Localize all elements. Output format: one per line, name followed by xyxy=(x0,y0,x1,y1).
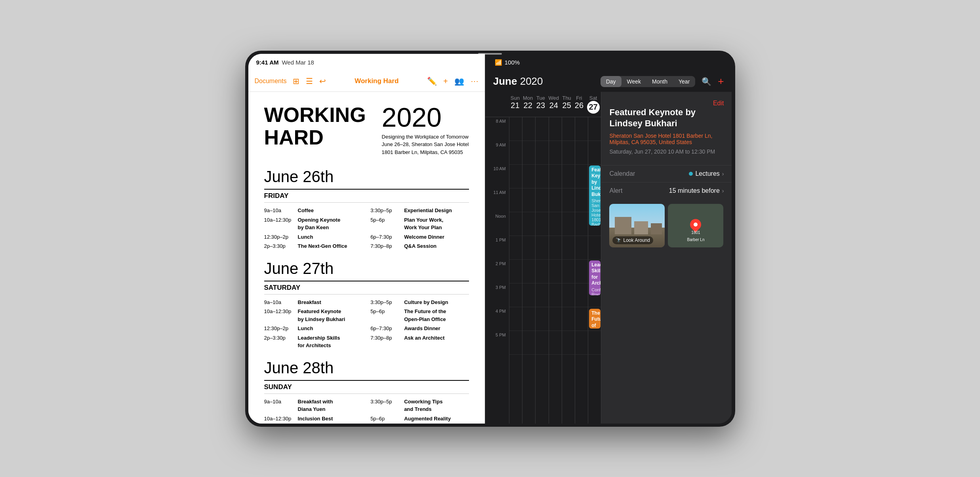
left-time: 9:41 AM xyxy=(256,59,279,66)
day-header-fri26[interactable]: Fri 26 xyxy=(573,92,585,117)
sunday-section: June 28th SUNDAY 9a–10a Breakfast withDi… xyxy=(264,359,469,424)
split-screen: 9:41 AM Wed Mar 18 Documents ⊞ ☰ ↩ Worki… xyxy=(248,54,732,424)
detail-maps-section: 🔭 Look Around xyxy=(601,199,732,252)
sunday-right-col: 3:30p–5p Coworking Tipsand Trends 5p–6p … xyxy=(370,398,469,424)
undo-icon[interactable]: ↩ xyxy=(319,76,326,86)
calendar-scroll-area[interactable]: 8 AM 9 AM 10 AM 11 AM Noon 1 PM 2 PM 3 P… xyxy=(485,117,601,424)
sun-event-1: 9a–10a Breakfast withDiana Yuen xyxy=(264,398,363,413)
days-header: Sun 21 Mon 22 Tue 23 xyxy=(485,92,601,117)
share-icon[interactable]: 👥 xyxy=(454,76,464,86)
right-status-indicators: 📶 100% xyxy=(495,59,520,66)
map-address-label: 1801Barber Ln xyxy=(687,230,705,242)
calendar-body: Sun 21 Mon 22 Tue 23 xyxy=(485,92,732,424)
sunday-schedule: 9a–10a Breakfast withDiana Yuen 10a–12:3… xyxy=(264,398,469,424)
binoculars-icon: 🔭 xyxy=(616,238,622,243)
sat-event-6: 5p–6p The Future of theOpen-Plan Office xyxy=(370,308,469,323)
day-header-sun21[interactable]: Sun 21 xyxy=(509,92,521,117)
doc-main-title-block: WORKINGHARD xyxy=(264,104,366,149)
look-around-thumbnail[interactable]: 🔭 Look Around xyxy=(609,204,665,247)
pages-panel: 9:41 AM Wed Mar 18 Documents ⊞ ☰ ↩ Worki… xyxy=(248,54,485,424)
day-header-tue23[interactable]: Tue 23 xyxy=(534,92,547,117)
time-11am: 11 AM xyxy=(485,188,509,212)
friday-section: June 26th FRIDAY 9a–10a Coffee 10a–12:30… xyxy=(264,168,469,250)
doc-subtitle: Designing the Workplace of Tomorrow June… xyxy=(382,133,469,156)
documents-button[interactable]: Documents xyxy=(255,78,287,85)
sidebar-toggle-icon[interactable]: ⊞ xyxy=(293,76,299,86)
friday-event-8: 7:30p–8p Q&A Session xyxy=(370,242,469,250)
day-header-sat27[interactable]: Sat 27 xyxy=(585,92,601,117)
day-header-thu25[interactable]: Thu 25 xyxy=(561,92,573,117)
look-around-label: 🔭 Look Around xyxy=(612,236,653,244)
saturday-schedule: 9a–10a Breakfast 10a–12:30p Featured Key… xyxy=(264,298,469,350)
sat-event-1: 9a–10a Breakfast xyxy=(264,298,363,306)
alert-chevron-icon: › xyxy=(722,188,724,194)
friday-event-2: 10a–12:30p Opening Keynoteby Dan Keen xyxy=(264,216,363,232)
markup-icon[interactable]: ✏️ xyxy=(427,76,437,86)
doc-year: 2020 xyxy=(382,104,469,131)
week-view-button[interactable]: Week xyxy=(622,76,647,87)
calendar-value: Lectures › xyxy=(689,170,724,177)
friday-event-6: 5p–6p Plan Your Work,Work Your Plan xyxy=(370,216,469,232)
month-view-button[interactable]: Month xyxy=(646,76,673,87)
friday-label: FRIDAY xyxy=(264,189,469,203)
add-event-button[interactable]: + xyxy=(718,75,724,87)
saturday-date: June 27th xyxy=(264,260,469,277)
sun-event-2: 10a–12:30p Inclusion BestPractices xyxy=(264,415,363,424)
calendar-label: Calendar xyxy=(609,170,635,177)
ipad-device: 9:41 AM Wed Mar 18 Documents ⊞ ☰ ↩ Worki… xyxy=(245,51,735,427)
sat-event-3: 12:30p–2p Lunch xyxy=(264,325,363,333)
doc-title: Working Hard xyxy=(332,77,421,85)
sat-event-5: 3:30p–5p Culture by Design xyxy=(370,298,469,306)
detail-location[interactable]: Sheraton San Jose Hotel 1801 Barber Ln, … xyxy=(609,133,724,145)
add-icon[interactable]: + xyxy=(443,77,448,86)
calendar-toolbar: June 2020 Day Week Month Year 🔍 + xyxy=(485,71,732,92)
left-status-bar: 9:41 AM Wed Mar 18 xyxy=(248,54,485,71)
event-featured-keynote[interactable]: Featured Keynote by Lindsey Bukhari Sher… xyxy=(589,165,600,226)
time-10am: 10 AM xyxy=(485,165,509,188)
sunday-label: SUNDAY xyxy=(264,380,469,394)
right-home-indicator xyxy=(478,54,502,55)
doc-header: WORKINGHARD 2020 Designing the Workplace… xyxy=(264,104,469,156)
detail-header: Edit Featured Keynote byLindsey Bukhari … xyxy=(601,92,732,165)
calendar-panel: 📶 100% June 2020 Day Week Month Year xyxy=(485,54,732,424)
day-col-mon22 xyxy=(522,117,535,424)
day-view-button[interactable]: Day xyxy=(601,76,622,87)
detail-alert-row[interactable]: Alert 15 minutes before › xyxy=(601,182,732,199)
time-2pm: 2 PM xyxy=(485,260,509,283)
day-col-sat27: Featured Keynote by Lindsey Bukhari Sher… xyxy=(588,117,601,424)
battery-label: 100% xyxy=(505,59,520,66)
event-open-plan-office[interactable]: The Future of the Open-Plan Office Meeti… xyxy=(589,309,600,329)
time-column: 8 AM 9 AM 10 AM 11 AM Noon 1 PM 2 PM 3 P… xyxy=(485,117,509,424)
device-screen: 9:41 AM Wed Mar 18 Documents ⊞ ☰ ↩ Worki… xyxy=(248,54,732,424)
detail-calendar-row[interactable]: Calendar Lectures › xyxy=(601,165,732,182)
day-header-wed24[interactable]: Wed 24 xyxy=(547,92,561,117)
alert-value: 15 minutes before › xyxy=(669,187,724,194)
time-3pm: 3 PM xyxy=(485,283,509,307)
friday-right-col: 3:30p–5p Experiential Design 5p–6p Plan … xyxy=(370,207,469,250)
calendar-chevron-icon: › xyxy=(722,171,724,177)
more-icon[interactable]: ⋯ xyxy=(471,76,479,86)
map-thumbnail[interactable]: 1801Barber Ln xyxy=(668,204,723,247)
time-5pm: 5 PM xyxy=(485,331,509,355)
time-9am: 9 AM xyxy=(485,141,509,165)
alert-label: Alert xyxy=(609,187,622,194)
doc-year-block: 2020 Designing the Workplace of Tomorrow… xyxy=(382,104,469,156)
friday-event-1: 9a–10a Coffee xyxy=(264,207,363,215)
edit-button[interactable]: Edit xyxy=(713,100,724,107)
sat-event-7: 6p–7:30p Awards Dinner xyxy=(370,325,469,333)
friday-date: June 26th xyxy=(264,168,469,186)
year-view-button[interactable]: Year xyxy=(673,76,695,87)
friday-event-7: 6p–7:30p Welcome Dinner xyxy=(370,233,469,241)
sun-event-6: 5p–6p Augmented RealityArchitecture xyxy=(370,415,469,424)
friday-event-5: 3:30p–5p Experiential Design xyxy=(370,207,469,215)
pages-toolbar: Documents ⊞ ☰ ↩ Working Hard ✏️ + 👥 ⋯ xyxy=(248,71,485,92)
left-date: Wed Mar 18 xyxy=(282,59,314,66)
time-4pm: 4 PM xyxy=(485,307,509,331)
list-icon[interactable]: ☰ xyxy=(306,76,313,86)
search-icon[interactable]: 🔍 xyxy=(702,77,711,86)
day-header-mon22[interactable]: Mon 22 xyxy=(521,92,534,117)
saturday-section: June 27th SATURDAY 9a–10a Breakfast 10a–… xyxy=(264,260,469,350)
sun-event-5: 3:30p–5p Coworking Tipsand Trends xyxy=(370,398,469,413)
calendar-title: June 2020 xyxy=(493,75,594,87)
event-leadership-skills[interactable]: Leadership Skills for Architects Confere… xyxy=(589,260,600,295)
